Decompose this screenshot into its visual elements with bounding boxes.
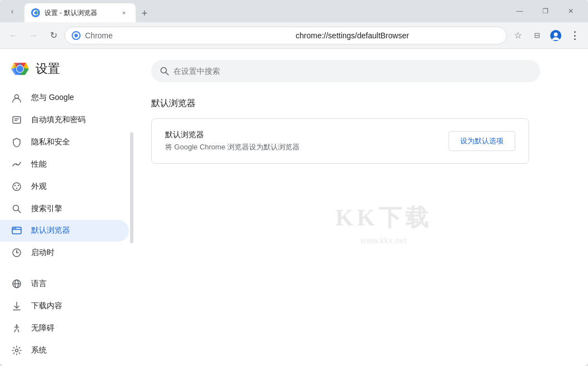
shield-icon — [11, 137, 22, 148]
sidebar-label-language: 语言 — [31, 279, 47, 289]
settings-search-input[interactable] — [173, 67, 531, 76]
minimize-button[interactable]: — — [507, 2, 532, 20]
sidebar-title: 设置 — [36, 61, 60, 77]
sidebar: 设置 您与 Google 自动填充和密码 隐私和安全 — [0, 49, 133, 366]
svg-point-34 — [16, 324, 18, 326]
sidebar-label-appearance: 外观 — [31, 182, 47, 192]
maximize-button[interactable]: ❐ — [532, 2, 558, 20]
download-icon — [11, 300, 22, 312]
sidebar-label-performance: 性能 — [31, 159, 47, 169]
sidebar-item-privacy[interactable]: 隐私和安全 — [0, 131, 129, 153]
svg-point-4 — [74, 34, 78, 37]
sidebar-item-performance[interactable]: 性能 — [0, 153, 129, 176]
profile-icon — [550, 30, 561, 41]
watermark-text2: www.kkx.net — [335, 235, 431, 245]
sidebar-label-system: 系统 — [31, 345, 47, 355]
tab-close-button[interactable]: × — [119, 8, 129, 18]
palette-icon — [11, 181, 22, 192]
startup-icon — [11, 247, 22, 258]
sidebar-item-autofill[interactable]: 自动填充和密码 — [0, 109, 129, 131]
sidebar-item-language[interactable]: 语言 — [0, 273, 129, 295]
language-icon — [11, 278, 22, 289]
svg-point-18 — [18, 184, 19, 185]
browser-frame: ‹ 设置 - 默认浏览器 × + — ❐ ✕ ← → ↻ — [0, 0, 588, 366]
sidebar-divider — [0, 264, 133, 273]
google-icon — [11, 92, 22, 103]
svg-point-10 — [17, 66, 23, 72]
section-title: 默认浏览器 — [151, 98, 570, 109]
address-bar: ← → ↻ Chrome chrome://settings/defaultBr… — [0, 22, 588, 49]
svg-point-15 — [16, 163, 18, 165]
svg-point-39 — [16, 349, 18, 352]
profile-button[interactable] — [547, 27, 565, 44]
default-browser-card: 默认浏览器 将 Google Chrome 浏览器设为默认浏览器 设为默认选项 — [151, 118, 529, 164]
svg-point-24 — [13, 228, 14, 229]
svg-point-25 — [15, 228, 16, 229]
window-controls-right: — ❐ ✕ — [507, 2, 584, 20]
sidebar-label-default-browser: 默认浏览器 — [31, 225, 70, 235]
close-button[interactable]: ✕ — [558, 2, 584, 20]
svg-line-41 — [166, 72, 168, 75]
svg-point-2 — [34, 12, 37, 14]
svg-point-19 — [16, 187, 17, 188]
main-content: 默认浏览器 默认浏览器 将 Google Chrome 浏览器设为默认浏览器 设… — [133, 49, 588, 366]
sidebar-label-search: 搜索引擎 — [31, 204, 62, 214]
omnibox-brand: Chrome — [85, 31, 289, 40]
split-screen-button[interactable]: ⊟ — [528, 27, 546, 44]
sidebar-item-default-browser[interactable]: 默认浏览器 — [0, 220, 129, 242]
menu-button[interactable]: ⋮ — [566, 27, 584, 44]
title-bar: ‹ 设置 - 默认浏览器 × + — ❐ ✕ — [0, 0, 588, 22]
address-bar-actions: ☆ ⊟ ⋮ — [509, 27, 584, 44]
svg-point-6 — [554, 32, 558, 36]
content-area: 设置 您与 Google 自动填充和密码 隐私和安全 — [0, 49, 588, 366]
sidebar-label-downloads: 下载内容 — [31, 301, 62, 311]
svg-line-21 — [18, 210, 21, 213]
autofill-icon — [11, 114, 22, 126]
sidebar-item-downloads[interactable]: 下载内容 — [0, 295, 129, 317]
system-icon — [11, 345, 22, 356]
accessibility-icon — [11, 323, 22, 334]
watermark-text1: KK下载 — [335, 202, 431, 233]
sidebar-label-startup: 启动时 — [31, 248, 54, 258]
sidebar-item-google[interactable]: 您与 Google — [0, 87, 129, 109]
svg-point-16 — [13, 183, 21, 190]
omnibox-url: chrome://settings/defaultBrowser — [296, 31, 500, 40]
card-content: 默认浏览器 将 Google Chrome 浏览器设为默认浏览器 — [165, 130, 300, 152]
window-controls-left: ‹ — [4, 3, 20, 19]
settings-search-box[interactable] — [151, 60, 540, 82]
watermark: KK下载 www.kkx.net — [335, 202, 431, 245]
sidebar-item-accessibility[interactable]: 无障碍 — [0, 317, 129, 339]
sidebar-item-appearance[interactable]: 外观 — [0, 176, 129, 198]
svg-line-38 — [18, 329, 19, 332]
sidebar-header: 设置 — [0, 53, 133, 87]
svg-point-17 — [14, 184, 16, 185]
sidebar-label-privacy: 隐私和安全 — [31, 137, 70, 147]
refresh-button[interactable]: ↻ — [44, 27, 62, 44]
sidebar-label-accessibility: 无障碍 — [31, 323, 54, 333]
svg-line-37 — [14, 329, 16, 332]
omnibox[interactable]: Chrome chrome://settings/defaultBrowser — [64, 27, 507, 44]
omnibox-chrome-icon — [72, 31, 81, 40]
bookmark-button[interactable]: ☆ — [509, 27, 527, 44]
sidebar-label-google: 您与 Google — [31, 93, 74, 103]
forward-button[interactable]: → — [24, 27, 42, 44]
sidebar-label-autofill: 自动填充和密码 — [31, 115, 86, 125]
card-description: 将 Google Chrome 浏览器设为默认浏览器 — [165, 142, 300, 152]
sidebar-item-system[interactable]: 系统 — [0, 339, 129, 362]
default-browser-icon — [11, 225, 22, 236]
card-title: 默认浏览器 — [165, 130, 300, 140]
new-tab-button[interactable]: + — [137, 6, 152, 21]
back-button[interactable]: ← — [4, 27, 22, 44]
tab-title: 设置 - 默认浏览器 — [44, 8, 114, 18]
active-tab[interactable]: 设置 - 默认浏览器 × — [24, 3, 136, 22]
search-icon — [160, 67, 169, 76]
performance-icon — [11, 159, 22, 170]
chrome-logo-icon — [11, 60, 29, 78]
search-engine-icon — [11, 203, 22, 214]
svg-rect-12 — [13, 117, 21, 123]
set-default-button[interactable]: 设为默认选项 — [449, 131, 515, 151]
sidebar-item-startup[interactable]: 启动时 — [0, 242, 129, 264]
tab-left-scroll[interactable]: ‹ — [4, 3, 20, 19]
sidebar-item-search[interactable]: 搜索引擎 — [0, 198, 129, 220]
tab-favicon — [31, 8, 40, 17]
